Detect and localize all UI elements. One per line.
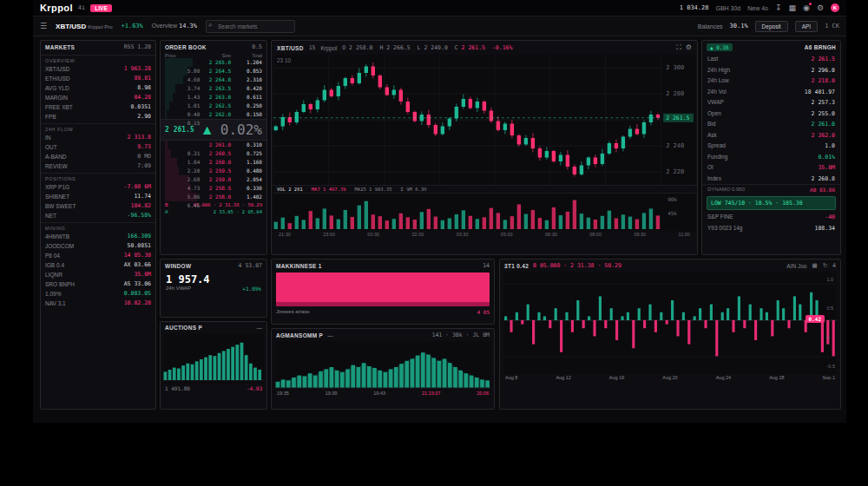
avatar[interactable]: K [831,3,839,12]
stat-row[interactable]: S&P FINE-40 [702,212,840,223]
watchlist-row[interactable]: P6 0414 05.30 [41,251,155,260]
orderbook-row[interactable]: 2 265.01.2045.80 [161,58,266,67]
time-tick: 03:30 [457,232,469,237]
orderbook-grouping[interactable]: 0.5 [252,43,262,50]
watchlist-row[interactable]: FPB2.90 [41,112,155,122]
time-tick: Aug 24 [716,375,731,380]
volume-chart[interactable]: 90k45k [273,193,695,231]
watchlist-row[interactable]: MARGIN04.28 [41,93,155,102]
menu-icon[interactable]: ☰ [40,22,47,30]
stat-row[interactable]: Index2 260.8 [702,174,840,185]
watchlist-row[interactable]: 4HMWTB166.309 [41,232,155,241]
osc-right-num: 4 [832,262,836,269]
stat-row[interactable]: VWAP2 257.3 [702,97,840,108]
watchlist-row[interactable]: FREE XBT0.0351 [41,102,155,112]
live-badge[interactable]: LIVE [90,4,111,12]
orderbook-row[interactable]: 2 262.50.2500.40 [161,102,266,110]
orderbook-row[interactable]: 2 258.50.3305.06 [161,184,266,193]
watchlist-row[interactable]: BW SWEET104.82 [41,201,155,211]
svg-text:2 300: 2 300 [666,64,684,71]
flow-area-chart[interactable] [275,341,490,390]
orderbook-row[interactable]: 2 264.50.8534.60 [161,67,266,76]
oscillator-chart[interactable]: 1.00.50-0.5 0.42 [503,272,837,374]
stat-row[interactable]: Open2 255.0 [702,108,840,120]
stat-row[interactable]: 24h High2 296.0 [702,65,840,76]
chart-interval[interactable]: 15 [309,44,316,51]
orderbook-row[interactable]: 2 259.50.4802.68 [161,167,266,175]
mini-menu-icon[interactable]: — [257,325,263,331]
watchlist-row[interactable]: REVIEW7:09 [41,161,155,171]
svg-text:90k: 90k [667,196,677,202]
stat-row[interactable]: Spread1.0 [702,141,840,152]
auctions-mini-chart[interactable] [163,333,264,384]
watchlist-row[interactable]: NET-96.58% [41,211,155,220]
pair-selector[interactable]: XBT/USD [56,23,86,30]
axis-tick: 1.0 [827,277,835,282]
stat-row[interactable]: Last2 261.5 [702,54,840,65]
search-input[interactable] [206,20,295,33]
chart-venue: Krppol [320,45,337,51]
watchlist-row[interactable]: LIQNR35.0M [41,270,155,279]
axis-tick: 0.5 [827,305,835,311]
stat-value: 4 53.07 [239,262,262,269]
orderbook-row[interactable]: 2 260.50.7251.04 [161,149,266,158]
stat-row[interactable]: Ask2 262.0 [702,130,840,141]
candlestick-chart[interactable]: 2 3002 2802 2602 2402 2202 261.523 10 [273,55,695,185]
watchlist-row[interactable]: JOODCOM50.0851 [41,241,155,251]
watchlist-row[interactable]: XBT/USD1 963.28 [41,64,155,74]
highlight-box[interactable]: LOW 745/10 · 10.5% · 105.30 [707,196,836,210]
orderbook-row[interactable]: 2 263.50.4201.43 [161,84,266,93]
expand-icon[interactable]: ⛶ [676,43,681,52]
svg-text:2 240: 2 240 [666,142,684,149]
chart-settings-icon[interactable]: ⚙ [686,43,692,52]
stat-row[interactable]: Funding0.01% [702,152,840,163]
refresh-icon[interactable]: ↻ [823,262,827,269]
watchlist-row[interactable]: IGB 0.4AX 03.66 [41,260,155,270]
bell-icon[interactable]: ◉ [803,3,810,12]
watchlist-row[interactable]: OUT9.73 [41,142,155,152]
overview-label[interactable]: Overview [152,23,177,29]
watchlist-row[interactable]: NAV 3.110.02.20 [41,299,155,308]
watchlist-row[interactable]: AVG YLD8.98 [41,83,155,93]
stat-row[interactable]: 24h Vol18 401.97 [702,87,840,98]
watchlist-row[interactable]: SHIBNET11.74 [41,192,155,201]
search-icon: ⌕ [208,21,212,30]
orderbook-row[interactable]: 2 263.00.6111.01 [161,93,266,102]
download-icon[interactable]: ↧ [775,3,782,12]
watchlist-row[interactable]: XRP P1G-7.08 6M [41,182,155,192]
watchlist-row[interactable]: IN2 313.8 [41,133,155,142]
orderbook-row[interactable]: 2 261.00.3100.31 [161,141,266,149]
watchlist-row[interactable]: SRO BNPHAS 33.06 [41,279,155,289]
orderbook-row[interactable]: 2 262.00.1500.15 [161,110,266,119]
stat-row[interactable]: OI35.0M [702,162,840,174]
orderbook-row[interactable]: 2 260.01.1602.20 [161,158,266,167]
orderbook-row[interactable]: 2 259.02.0544.73 [161,175,266,184]
api-button[interactable]: API [795,21,818,32]
osc-title: 3T1 0.42 [504,263,529,269]
orderbook-row[interactable]: 2 258.01.4026.46 [161,193,266,201]
watchlist-row[interactable]: A-BAND0 MO [41,152,155,161]
chart-pair[interactable]: XBT/USD [277,45,304,51]
orderbook-row[interactable]: 2 264.02.3103.74 [161,76,266,84]
deposit-button[interactable]: Deposit [755,21,788,32]
flow-menu-icon[interactable]: — [327,332,333,338]
toolbar-right-group: Balances 30.1% Deposit API 1 CK [698,21,839,32]
stat-row[interactable]: 24h Low2 218.0 [702,76,840,87]
vwap-stat-panel: WINDOW 4 53.07 1 957.4 24h VWAP +1.05% [160,259,267,318]
settings-icon[interactable]: ⚙ [817,3,824,12]
apps-grid-icon[interactable]: ▦ [789,3,797,12]
watchlist-row[interactable]: ETH/USD89.81 [41,74,155,83]
time-tick: 00:30 [367,232,379,237]
time-tick: Aug 28 [769,375,784,380]
stats-rows: Last2 261.524h High2 296.024h Low2 218.0… [702,54,840,184]
stat-row[interactable]: Bid2 261.0 [702,119,840,130]
watchlist-row[interactable]: 1.09%0.003.05 [41,289,155,299]
grid-icon[interactable]: ▦ [812,262,817,269]
svg-text:2 280: 2 280 [666,90,684,97]
liquidity-heat-block[interactable] [276,273,490,306]
svg-text:23 10: 23 10 [277,57,292,63]
osc-value-chip: 0.42 [806,315,825,323]
time-tick: Aug 20 [662,375,677,380]
stat-row[interactable]: Y93 0023 14g108.34 [702,223,840,234]
notification-dot [809,3,812,5]
